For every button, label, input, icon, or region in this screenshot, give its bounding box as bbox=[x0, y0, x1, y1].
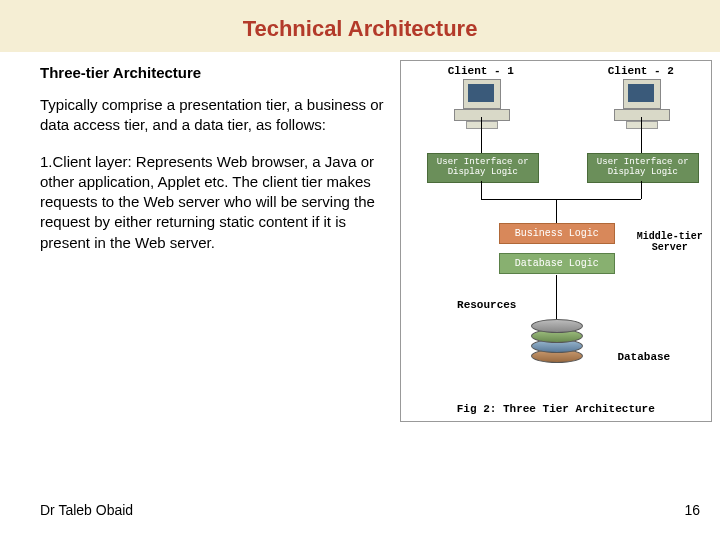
client-2-group: Client - 2 bbox=[591, 65, 691, 123]
diagram-column: Client - 1 Client - 2 User Interface or … bbox=[400, 60, 720, 422]
connector-line bbox=[641, 181, 642, 199]
point-1: 1.Client layer: Represents Web browser, … bbox=[40, 152, 390, 253]
text-column: Three-tier Architecture Typically compri… bbox=[0, 60, 400, 422]
connector-line bbox=[481, 199, 641, 200]
connector-line bbox=[481, 181, 482, 199]
connector-line bbox=[641, 117, 642, 153]
page-title: Technical Architecture bbox=[0, 16, 720, 42]
intro-paragraph: Typically comprise a presentation tier, … bbox=[40, 95, 390, 136]
client-1-group: Client - 1 bbox=[431, 65, 531, 123]
database-icon bbox=[531, 319, 581, 373]
ui-logic-box-2: User Interface or Display Logic bbox=[587, 153, 699, 183]
architecture-diagram: Client - 1 Client - 2 User Interface or … bbox=[400, 60, 712, 422]
subheading: Three-tier Architecture bbox=[40, 64, 390, 81]
business-logic-box: Business Logic bbox=[499, 223, 615, 244]
resources-label: Resources bbox=[447, 299, 527, 311]
title-band: Technical Architecture bbox=[0, 0, 720, 52]
database-label: Database bbox=[609, 351, 679, 363]
figure-caption: Fig 2: Three Tier Architecture bbox=[401, 403, 711, 415]
database-logic-box: Database Logic bbox=[499, 253, 615, 274]
middle-tier-label: Middle-tier Server bbox=[635, 231, 705, 253]
content-row: Three-tier Architecture Typically compri… bbox=[0, 52, 720, 422]
client-2-label: Client - 2 bbox=[591, 65, 691, 77]
client-1-label: Client - 1 bbox=[431, 65, 531, 77]
page-number: 16 bbox=[684, 502, 700, 518]
connector-line bbox=[556, 199, 557, 223]
ui-logic-box-1: User Interface or Display Logic bbox=[427, 153, 539, 183]
connector-line bbox=[481, 117, 482, 153]
footer-author: Dr Taleb Obaid bbox=[40, 502, 133, 518]
connector-line bbox=[556, 275, 557, 319]
